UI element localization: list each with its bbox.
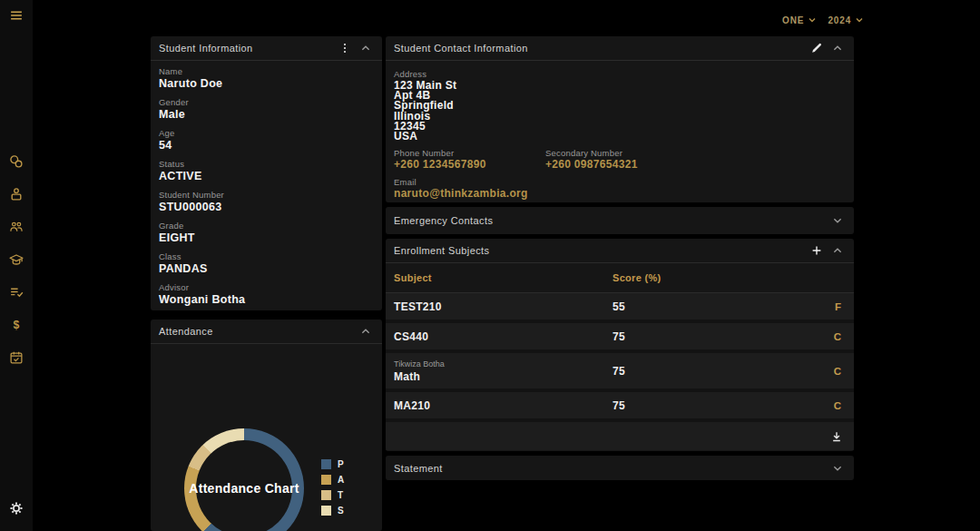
address-line: USA (394, 132, 846, 142)
sidebar-item-coins[interactable] (0, 145, 33, 178)
list-check-icon (9, 285, 24, 300)
subject-row[interactable]: MA21075C (386, 392, 854, 418)
topbar: ONE 2024 (782, 15, 863, 25)
legend-label: S (338, 506, 344, 516)
legend-item-t: T (321, 490, 345, 500)
address-line: Springfield (394, 101, 846, 111)
contact-info-header: Student Contact Information (386, 36, 854, 61)
add-subject-plus-icon[interactable] (809, 244, 823, 258)
expand-chevron-down-icon[interactable] (830, 461, 844, 475)
subject-row[interactable]: CS44075C (386, 323, 854, 349)
email-link[interactable]: naruto@thinkzambia.org (394, 188, 846, 200)
subject-score: 75 (612, 330, 828, 343)
sidebar-item-list-check[interactable] (0, 276, 33, 309)
emergency-contacts-header[interactable]: Emergency Contacts (386, 207, 854, 234)
field-value: EIGHT (159, 231, 374, 244)
attendance-title: Attendance (159, 326, 351, 337)
statement-title: Statement (394, 463, 823, 474)
score-column-header: Score (%) (612, 272, 828, 283)
legend-item-s: S (321, 506, 345, 516)
subjects-table-footer (386, 422, 854, 450)
field-value: STU000063 (159, 201, 374, 213)
subject-name: TEST210 (394, 300, 612, 313)
collapse-chevron-up-icon[interactable] (358, 325, 372, 339)
sidebar: $ (0, 0, 33, 531)
legend-item-a: A (321, 475, 345, 485)
student-info-panel: Student Information NameNaruto DoeGender… (151, 36, 382, 310)
statement-panel: Statement (386, 456, 854, 480)
field-label: Student Number (159, 190, 374, 200)
people-icon (9, 220, 24, 234)
legend-label: A (338, 475, 345, 485)
subject-score: 55 (612, 300, 828, 313)
subject-name: CS440 (394, 330, 612, 343)
kebab-menu-icon[interactable] (338, 42, 351, 55)
info-field: GradeEIGHT (159, 221, 374, 244)
svg-text:$: $ (14, 319, 20, 331)
address-line: Apt 4B (394, 91, 846, 101)
sidebar-item-graduation-cap[interactable] (0, 243, 33, 276)
info-field: GenderMale (159, 97, 374, 121)
legend-item-p: P (321, 459, 345, 469)
info-field: Student NumberSTU000063 (159, 190, 374, 213)
collapse-chevron-up-icon[interactable] (358, 42, 372, 55)
download-report-icon[interactable] (829, 429, 843, 443)
info-field: Age54 (159, 128, 374, 152)
sidebar-item-person-badge[interactable] (0, 178, 33, 211)
expand-chevron-down-icon[interactable] (830, 214, 844, 228)
person-badge-icon (9, 187, 24, 202)
contact-info-panel: Student Contact Information Address 123 … (386, 36, 854, 202)
address-line: Illinois (394, 112, 846, 122)
settings-button[interactable] (0, 496, 33, 525)
phone-label: Phone Number (394, 148, 545, 158)
address-value: 123 Main StApt 4BSpringfieldIllinois1234… (394, 81, 846, 142)
app-root: $ ONE 2024 Student Information NameNarut… (0, 0, 980, 531)
term-dropdown-value: ONE (782, 15, 804, 25)
sidebar-item-calendar-check[interactable] (0, 341, 33, 374)
subject-score: 75 (612, 399, 828, 412)
email-label: Email (394, 177, 846, 187)
subject-column-header: Subject (394, 272, 612, 283)
legend-swatch (321, 475, 331, 485)
contact-info-title: Student Contact Information (394, 43, 802, 54)
coins-icon (9, 154, 24, 169)
donut-hole: Attendance Chart (196, 440, 292, 531)
statement-header[interactable]: Statement (386, 456, 854, 480)
year-dropdown-value: 2024 (828, 15, 851, 25)
caret-down-icon (856, 15, 863, 25)
student-info-header: Student Information (151, 36, 382, 61)
enrollment-header: Enrollment Subjects (386, 239, 854, 263)
sidebar-item-dollar[interactable]: $ (0, 309, 33, 341)
field-value: PANDAS (159, 262, 374, 275)
subject-grade-badge: C (828, 366, 841, 377)
address-line: 123 Main St (394, 81, 846, 91)
field-label: Advisor (159, 282, 374, 292)
edit-pencil-icon[interactable] (809, 42, 823, 55)
phone-link[interactable]: +260 1234567890 (394, 159, 545, 171)
student-info-fields: NameNaruto DoeGenderMaleAge54StatusACTIV… (151, 61, 382, 306)
enrollment-subjects-panel: Enrollment Subjects Subject Score (%) TE… (386, 239, 854, 451)
subject-row[interactable]: Tikwiza BothaMath75C (386, 353, 854, 388)
subject-row[interactable]: TEST21055F (386, 293, 854, 320)
subject-score: 75 (612, 365, 828, 378)
subject-grade-badge: C (828, 400, 841, 411)
secondary-number-link[interactable]: +260 0987654321 (545, 159, 697, 171)
collapse-chevron-up-icon[interactable] (830, 42, 844, 55)
dollar-icon: $ (9, 318, 24, 332)
emergency-contacts-title: Emergency Contacts (394, 215, 823, 226)
term-dropdown[interactable]: ONE (782, 15, 816, 25)
sidebar-nav: $ (0, 145, 33, 374)
field-value: ACTIVE (159, 170, 374, 182)
subject-name: Math (394, 370, 612, 383)
menu-icon[interactable] (9, 8, 24, 23)
year-dropdown[interactable]: 2024 (828, 15, 863, 25)
info-field: NameNaruto Doe (159, 66, 374, 90)
address-line: 12345 (394, 122, 846, 132)
secondary-number-label: Secondary Number (545, 148, 697, 158)
field-label: Status (159, 159, 374, 169)
contact-info-body: Address 123 Main StApt 4BSpringfieldIlli… (386, 61, 854, 200)
phone-row: Phone Number +260 1234567890 Secondary N… (394, 148, 846, 171)
sidebar-item-people[interactable] (0, 211, 33, 243)
collapse-chevron-up-icon[interactable] (830, 244, 844, 258)
subject-grade-badge: F (828, 301, 841, 312)
